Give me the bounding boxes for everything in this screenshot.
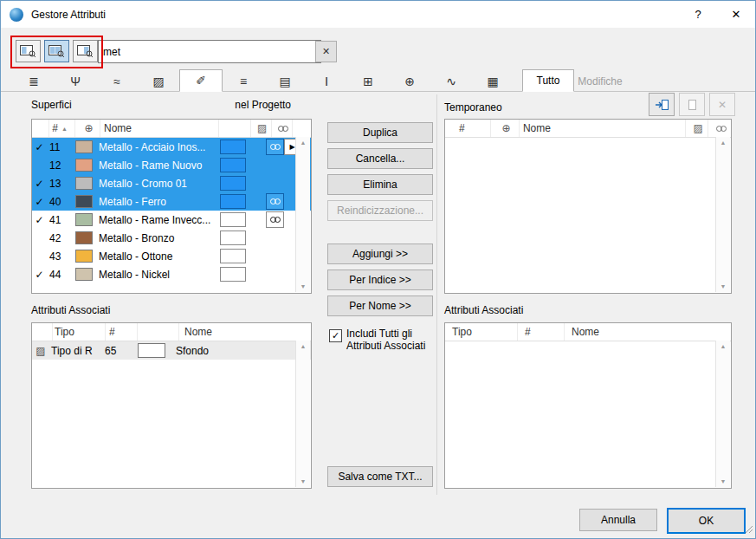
- tab-composites[interactable]: ≡: [223, 72, 264, 91]
- help-button[interactable]: ?: [679, 1, 717, 28]
- hatch-icon: ▨: [693, 122, 702, 134]
- column-header-preview[interactable]: ⊕: [75, 120, 100, 137]
- material-preview: [75, 177, 93, 190]
- row-index: 44: [47, 265, 73, 283]
- tab-tutto[interactable]: Tutto: [522, 69, 574, 92]
- tab-fill-types[interactable]: ▨: [138, 72, 179, 91]
- mep-systems-icon: ∿: [446, 75, 456, 88]
- ok-button[interactable]: OK: [667, 508, 746, 534]
- assoc-num: 65: [101, 341, 132, 360]
- table-row[interactable]: 12 Metallo - Rame Nuovo: [32, 156, 311, 174]
- column-header-name[interactable]: Nome: [100, 120, 219, 137]
- row-checkmark: [32, 229, 47, 247]
- duplica-button[interactable]: Duplica: [327, 122, 433, 143]
- assoc-col-tipo: Tipo: [53, 323, 106, 341]
- sort-ascending-icon: ▲: [61, 126, 68, 132]
- left-panel-scope: nel Progetto: [174, 99, 291, 111]
- color-swatch: [220, 212, 246, 227]
- right-panel-title: Temporaneo: [444, 101, 502, 114]
- scroll-up-icon[interactable]: ▲: [720, 140, 727, 146]
- row-index: 42: [47, 229, 73, 247]
- show-both-panels-toggle[interactable]: [44, 40, 69, 62]
- tab-layers[interactable]: ≣: [13, 72, 55, 91]
- show-right-panel-toggle[interactable]: [73, 40, 98, 62]
- row-checkmark: ✓: [32, 265, 47, 283]
- annulla-button[interactable]: Annulla: [579, 509, 657, 531]
- scroll-up-icon[interactable]: ▲: [720, 343, 727, 349]
- color-swatch: [220, 249, 246, 263]
- right-assoc-scrollbar[interactable]: ▲ ▼: [715, 341, 730, 487]
- table-row[interactable]: ✓ 11 Metallo - Acciaio Inos... ▶: [32, 138, 311, 156]
- temp-col-name: Nome: [520, 120, 686, 137]
- cancella-button[interactable]: Cancella...: [327, 148, 433, 169]
- tab-mep-systems[interactable]: ∿: [430, 72, 472, 91]
- temporaneo-table: # ⊕ Nome ▨ ▲ ▼: [444, 119, 732, 294]
- surfaces-table: #▲ ⊕ Nome ▨ ✓ 11 Metallo - Acciaio Inos.…: [31, 119, 312, 294]
- color-swatch: [220, 267, 246, 282]
- tab-building-materials[interactable]: ▤: [264, 72, 306, 91]
- tab-line-types[interactable]: ≈: [96, 72, 138, 91]
- surfaces-scrollbar[interactable]: ▲ ▼: [295, 137, 310, 292]
- scroll-down-icon[interactable]: ▼: [300, 478, 307, 484]
- table-row[interactable]: ✓ 44 Metallo - Nickel: [32, 265, 311, 283]
- table-row[interactable]: 42 Metallo - Bronzo: [32, 229, 311, 247]
- per-nome-button[interactable]: Per Nome >>: [327, 295, 433, 316]
- per-indice-button[interactable]: Per Indice >>: [327, 270, 433, 290]
- titlebar: Gestore Attributi ? ✕: [1, 1, 755, 28]
- window-title: Gestore Attributi: [31, 9, 106, 21]
- link-icon[interactable]: [266, 139, 284, 155]
- column-header-link: [272, 120, 293, 137]
- show-left-panel-toggle[interactable]: [16, 40, 41, 62]
- material-preview: [75, 268, 93, 281]
- close-button[interactable]: ✕: [717, 1, 755, 28]
- fill-types-icon: ▨: [152, 75, 164, 88]
- tab-operation-profiles[interactable]: ▦: [472, 72, 514, 91]
- table-row[interactable]: ✓ 13 Metallo - Cromo 01: [32, 174, 311, 192]
- row-checkmark: [32, 156, 47, 174]
- tab-surfaces[interactable]: ✐: [179, 69, 223, 92]
- scroll-up-icon[interactable]: ▲: [300, 343, 307, 349]
- pens-icon: Ψ: [70, 75, 81, 88]
- row-index: 11: [47, 138, 73, 156]
- search-input[interactable]: [98, 40, 321, 63]
- row-index: 43: [47, 247, 73, 265]
- assoc-row[interactable]: ▨ Tipo di R 65 Sfondo: [32, 341, 311, 360]
- gestore-attributi-dialog: Gestore Attributi ? ✕ ✕ ≣ Ψ ≈ ▨ ✐ ≡ ▤ Ⅰ …: [0, 0, 756, 539]
- tab-zone-categories[interactable]: ⊞: [347, 72, 389, 91]
- elimina-button[interactable]: Elimina: [327, 174, 433, 195]
- scroll-down-icon[interactable]: ▼: [720, 283, 727, 289]
- import-attributes-button[interactable]: [649, 93, 675, 116]
- globe-icon: ⊕: [502, 122, 511, 134]
- tab-pens[interactable]: Ψ: [55, 72, 96, 91]
- link-icon[interactable]: [266, 193, 284, 210]
- temporaneo-scrollbar[interactable]: ▲ ▼: [715, 137, 730, 292]
- color-swatch: [220, 176, 246, 191]
- material-preview: [75, 213, 93, 226]
- tab-profiles[interactable]: Ⅰ: [306, 72, 347, 91]
- row-name: Metallo - Acciaio Inos...: [95, 138, 218, 156]
- link-icon[interactable]: [266, 211, 284, 228]
- includi-checkbox-label: Includi Tutti gli Attributi Associati: [346, 328, 438, 352]
- clear-search-button[interactable]: ✕: [315, 41, 337, 62]
- row-index: 41: [47, 211, 73, 229]
- resize-grip[interactable]: [744, 524, 753, 536]
- left-assoc-scrollbar[interactable]: ▲ ▼: [295, 341, 310, 487]
- includi-checkbox[interactable]: ✓: [329, 329, 342, 342]
- material-preview: [75, 195, 93, 208]
- column-header-index[interactable]: #▲: [49, 120, 75, 137]
- right-assoc-title: Attributi Associati: [444, 304, 523, 316]
- row-name: Metallo - Nickel: [95, 265, 218, 283]
- salva-txt-button[interactable]: Salva come TXT...: [327, 466, 433, 487]
- table-row[interactable]: ✓ 40 Metallo - Ferro: [32, 192, 311, 211]
- tab-cities[interactable]: ⊕: [389, 72, 430, 91]
- table-row[interactable]: 43 Metallo - Ottone: [32, 247, 311, 265]
- scroll-up-icon[interactable]: ▲: [300, 140, 307, 146]
- surfaces-table-header: #▲ ⊕ Nome ▨: [32, 120, 311, 138]
- aggiungi-button[interactable]: Aggiungi >>: [327, 244, 433, 264]
- assoc-col-num: #: [106, 323, 138, 341]
- table-row[interactable]: ✓ 41 Metallo - Rame Invecc...: [32, 211, 311, 229]
- building-materials-icon: ▤: [279, 75, 290, 88]
- scroll-down-icon[interactable]: ▼: [300, 283, 307, 289]
- assoc-swatch: [138, 343, 165, 358]
- scroll-down-icon[interactable]: ▼: [720, 478, 727, 484]
